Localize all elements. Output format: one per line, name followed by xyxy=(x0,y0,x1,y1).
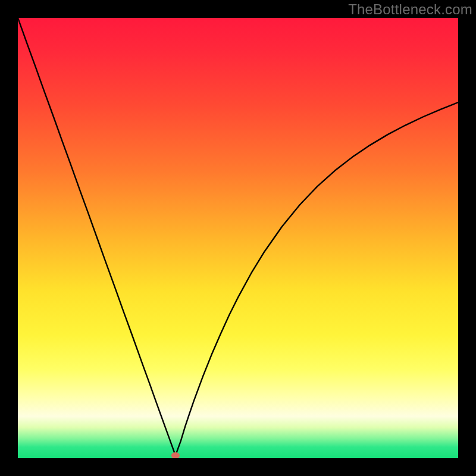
chart-frame: TheBottleneck.com xyxy=(0,0,476,476)
bottleneck-chart xyxy=(18,18,458,458)
gradient-background xyxy=(18,18,458,458)
watermark-text: TheBottleneck.com xyxy=(348,1,472,18)
